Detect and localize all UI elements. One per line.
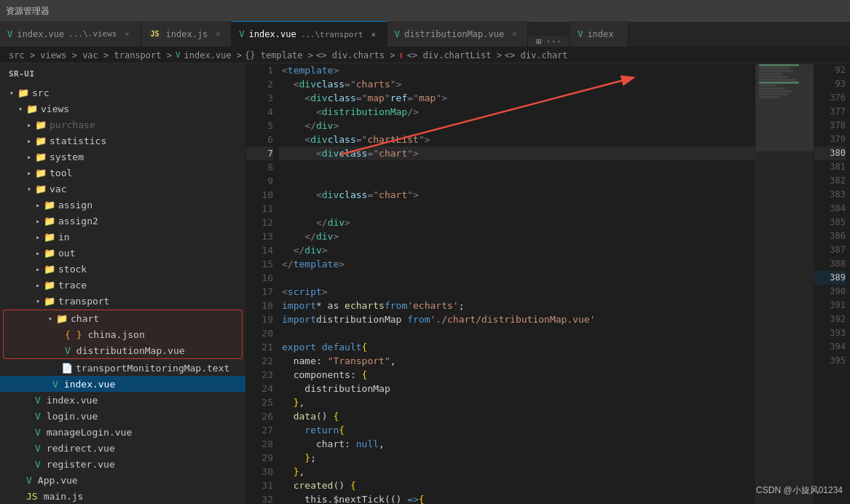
folder-icon: 📁 [26, 103, 38, 114]
sidebar-item-redirect-vue[interactable]: V redirect.vue [0, 440, 245, 456]
rln-379: 379 [814, 133, 846, 146]
folder-icon: 📁 [35, 184, 47, 194]
item-label: index.vue [64, 379, 115, 390]
watermark: CSDN @小旋风01234 [756, 484, 843, 497]
rln-385: 385 [814, 216, 846, 229]
item-label: distributionMap.vue [76, 345, 185, 356]
tab-close-btn[interactable]: × [122, 28, 133, 40]
sidebar-item-manage-login-vue[interactable]: V manageLogin.vue [0, 424, 245, 440]
folder-icon: 📁 [44, 280, 55, 291]
item-label: login.vue [47, 411, 98, 422]
item-label: main.js [44, 491, 84, 502]
folder-icon: 📁 [35, 119, 47, 130]
folder-icon: 📁 [35, 135, 47, 146]
ln-19: 19 [246, 312, 273, 326]
vue-breadcrumb-icon: V [176, 50, 181, 60]
code-line-27: return { [279, 423, 755, 437]
breadcrumb-div-charts: <> div.charts > [316, 50, 395, 60]
split-editor-icon[interactable]: ⊞ [536, 36, 541, 47]
breadcrumb: src > views > vac > transport > V index.… [0, 47, 850, 63]
rln-384: 384 [814, 202, 846, 216]
code-line-28: chart: null, [279, 437, 755, 451]
ln-8: 8 [246, 160, 273, 174]
sidebar-item-app-vue[interactable]: V App.vue [0, 472, 245, 488]
rln-394: 394 [814, 340, 846, 354]
rln-389: 389 [814, 271, 846, 285]
sidebar-item-views[interactable]: ▾ 📁 views [0, 101, 245, 117]
tab-close-btn[interactable]: × [212, 28, 224, 40]
vue-file-icon: V [35, 459, 41, 470]
ln-1: 1 [246, 63, 273, 77]
ln-25: 25 [246, 395, 273, 409]
ln-14: 14 [246, 243, 273, 257]
tab-index-transport[interactable]: V index.vue ...\transport × [232, 21, 387, 47]
code-line-18: import * as echarts from 'echarts'; [279, 299, 755, 312]
code-line-6: <div class="chartList"> [279, 133, 755, 146]
rln-376: 376 [814, 91, 846, 105]
sidebar-item-index-vue-views[interactable]: V index.vue [0, 392, 245, 408]
tab-v-index[interactable]: V index [570, 21, 629, 47]
ln-30: 30 [246, 465, 273, 479]
title-label: 资源管理器 [6, 5, 50, 17]
folder-icon: 📁 [44, 216, 55, 227]
sidebar-item-china-json[interactable]: { } china.json [4, 326, 242, 342]
sidebar-item-system[interactable]: ▸ 📁 system [0, 149, 245, 165]
tab-close-btn[interactable]: × [508, 28, 520, 40]
sidebar-item-login-vue[interactable]: V login.vue [0, 408, 245, 424]
minimap [755, 63, 814, 504]
tab-index-js[interactable]: JS index.js × [141, 21, 232, 47]
tab-distribution-map[interactable]: V distributionMap.vue × [387, 21, 529, 47]
sidebar-item-tool[interactable]: ▸ 📁 tool [0, 165, 245, 181]
sidebar-item-chart[interactable]: ▾ 📁 chart [4, 310, 242, 326]
ln-4: 4 [246, 105, 273, 119]
ln-22: 22 [246, 354, 273, 368]
sidebar-item-index-vue-selected[interactable]: V index.vue [0, 376, 245, 392]
sidebar-item-register-vue[interactable]: V register.vue [0, 456, 245, 472]
vue-file-icon: V [35, 443, 41, 454]
line-numbers: 1 2 3 4 5 6 7 8 9 10 11 12 13 14 15 16 1… [246, 63, 279, 504]
sidebar-item-vac[interactable]: ▾ 📁 vac [0, 181, 245, 197]
item-label: tool [50, 168, 72, 178]
sidebar-item-main-js[interactable]: JS main.js [0, 488, 245, 504]
more-icon[interactable]: ··· [546, 36, 562, 47]
sidebar-item-assign2[interactable]: ▸ 📁 assign2 [0, 213, 245, 229]
tab-path: ...\.views [68, 29, 117, 39]
sidebar-item-transport-monitoring[interactable]: 📄 transportMonitoringMap.text [0, 360, 245, 376]
arrow-icon: ▸ [32, 281, 44, 289]
sidebar-item-in[interactable]: ▸ 📁 in [0, 229, 245, 245]
item-label: redirect.vue [47, 443, 115, 454]
rln-388: 388 [814, 257, 846, 271]
tab-toolbar-icons: ⊞ ··· [528, 36, 570, 47]
sidebar-item-trace[interactable]: ▸ 📁 trace [0, 277, 245, 293]
sidebar-item-transport[interactable]: ▾ 📁 transport [0, 293, 245, 309]
sidebar-content[interactable]: ▾ 📁 src ▾ 📁 views ▸ 📁 purchase ▸ 📁 stati… [0, 84, 245, 504]
ln-6: 6 [246, 133, 273, 146]
main-layout: SR-UI ▾ 📁 src ▾ 📁 views ▸ 📁 purchase [0, 63, 850, 504]
ln-32: 32 [246, 492, 273, 504]
sidebar-item-stock[interactable]: ▸ 📁 stock [0, 261, 245, 277]
breadcrumb-text: src > views > vac > transport > [9, 50, 172, 60]
code-line-1: <template> [279, 63, 755, 77]
vue-file-icon: V [52, 379, 58, 390]
sidebar-item-out[interactable]: ▸ 📁 out [0, 245, 245, 261]
vue-icon: V [239, 29, 244, 39]
sidebar-item-distribution-map[interactable]: V distributionMap.vue [4, 342, 242, 358]
arrow-icon: ▾ [6, 89, 17, 97]
sidebar-item-assign[interactable]: ▸ 📁 assign [0, 197, 245, 213]
sidebar-item-statistics[interactable]: ▸ 📁 statistics [0, 133, 245, 149]
code-line-13: </div> [279, 229, 755, 243]
tab-index-views[interactable]: V index.vue ...\.views × [0, 21, 141, 47]
rln-378: 378 [814, 119, 846, 133]
code-line-16 [279, 271, 755, 285]
tab-close-btn[interactable]: × [368, 28, 379, 40]
vue-icon: V [7, 29, 12, 39]
right-line-numbers: 92 93 376 377 378 379 380 381 382 383 38… [814, 63, 850, 504]
item-label: in [58, 232, 70, 243]
sidebar-item-src[interactable]: ▾ 📁 src [0, 84, 245, 101]
code-line-31: created() { [279, 479, 755, 492]
rln-380: 380 [814, 146, 846, 160]
code-line-32: this.$nextTick(() => { [279, 492, 755, 504]
sidebar-item-purchase[interactable]: ▸ 📁 purchase [0, 117, 245, 133]
code-content[interactable]: <template> <div class="charts"> <div cla… [279, 63, 755, 504]
ln-11: 11 [246, 202, 273, 216]
